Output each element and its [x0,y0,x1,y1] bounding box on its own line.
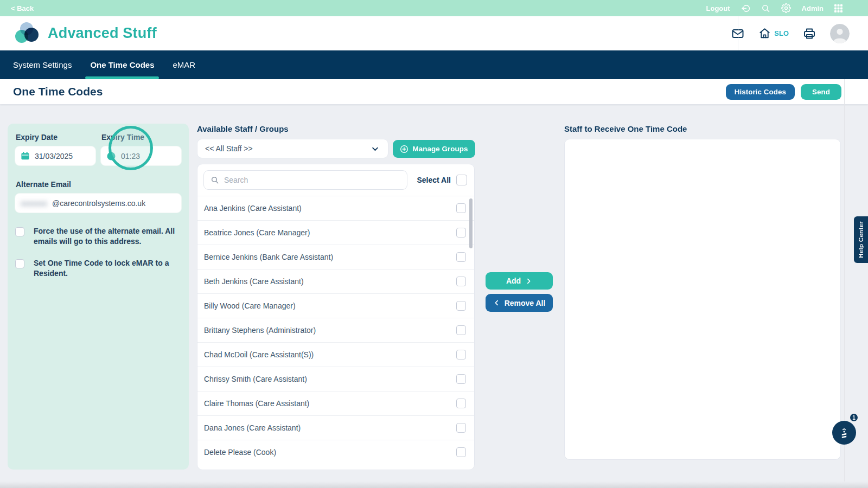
main-nav: System Settings One Time Codes eMAR [0,50,868,79]
select-all-control: Select All [417,175,467,185]
app-title: Advanced Stuff [48,25,157,42]
staff-checkbox[interactable] [456,277,466,286]
search-box[interactable] [203,170,407,190]
staff-checkbox[interactable] [456,399,466,408]
calendar-icon [21,151,30,160]
chevron-right-icon [525,278,532,285]
lock-emar-option: Set One Time Code to lock eMAR to a Resi… [15,258,182,279]
staff-row[interactable]: Beatrice Jones (Care Manager) [197,220,474,245]
expiry-date-label: Expiry Date [16,133,96,142]
force-email-label: Force the use of the alternate email. Al… [34,226,182,247]
expiry-time-value: 01:23 [121,152,140,160]
help-beacon-button[interactable] [832,421,856,445]
chevron-down-icon [371,145,379,153]
page-title: One Time Codes [13,85,103,98]
force-email-checkbox[interactable] [15,227,24,236]
topbar-right: Logout Admin [706,3,843,13]
chevron-left-icon [493,299,500,306]
staff-checkbox[interactable] [456,325,466,335]
logout-icon[interactable] [741,4,750,13]
staff-checkbox[interactable] [456,228,466,237]
add-button[interactable]: Add [486,272,553,290]
alternate-email-label: Alternate Email [16,180,182,189]
staff-row[interactable]: Ana Jenkins (Care Assistant) [197,196,474,220]
staff-row[interactable]: Delete Please (Cook) [197,440,474,464]
search-input[interactable] [224,176,400,184]
expiry-date-value: 31/03/2025 [35,152,73,160]
staff-name: Dana Jones (Care Assistant) [204,423,301,432]
add-label: Add [506,277,521,285]
list-scrollbar[interactable] [469,198,473,248]
available-staff-title: Available Staff / Groups [197,124,289,133]
title-actions: Historic Codes Send [726,84,841,100]
tab-label: System Settings [13,60,72,69]
search-icon [210,176,219,184]
page-title-bar: One Time Codes Historic Codes Send [0,79,868,104]
tab-system-settings[interactable]: System Settings [13,50,72,79]
staff-name: Chad McDoil (Care Assistant(S)) [204,350,314,359]
staff-checkbox[interactable] [456,203,466,213]
staff-row[interactable]: Billy Wood (Care Manager) [197,293,474,318]
staff-row[interactable]: Brittany Stephens (Administrator) [197,318,474,342]
print-icon[interactable] [803,27,816,40]
staff-checkbox[interactable] [456,252,466,262]
back-label: < Back [11,4,34,12]
email-redacted: xxxxxxx [21,199,47,208]
help-center-tab[interactable]: Help Center [854,216,868,263]
staff-row[interactable]: Bernice Jenkins (Bank Care Assistant) [197,245,474,269]
lock-emar-checkbox[interactable] [15,259,24,268]
remove-all-label: Remove All [505,299,546,307]
send-button[interactable]: Send [801,84,841,100]
gear-icon[interactable] [781,3,791,13]
logout-button[interactable]: Logout [706,4,730,12]
manage-groups-button[interactable]: Manage Groups [393,140,475,158]
staff-list: Ana Jenkins (Care Assistant) Beatrice Jo… [197,196,474,464]
historic-codes-button[interactable]: Historic Codes [726,84,795,100]
manage-groups-label: Manage Groups [412,145,468,153]
email-domain: @carecontrolsystems.co.uk [52,199,145,208]
help-center-label: Help Center [858,221,864,258]
lock-emar-label: Set One Time Code to lock eMAR to a Resi… [34,258,182,279]
select-all-checkbox[interactable] [456,175,467,185]
force-email-option: Force the use of the alternate email. Al… [15,226,182,247]
lighthouse-icon [838,426,851,439]
home-button[interactable]: SLO [758,27,789,40]
avatar[interactable] [830,24,850,43]
expiry-time-field[interactable]: 01:23 [100,146,182,166]
app-logo-icon [15,22,40,45]
staff-checkbox[interactable] [456,447,466,457]
staff-row[interactable]: Dana Jones (Care Assistant) [197,415,474,440]
staff-row[interactable]: Chrissy Smith (Care Assistant) [197,367,474,391]
tab-emar[interactable]: eMAR [173,50,195,79]
available-staff-list-card: Select All Ana Jenkins (Care Assistant) … [197,164,475,470]
staff-group-dropdown[interactable]: << All Staff >> [197,139,388,158]
staff-name: Brittany Stephens (Administrator) [204,326,316,335]
staff-checkbox[interactable] [456,374,466,384]
bottom-edge-shadow [0,481,868,488]
expiry-date-field[interactable]: 31/03/2025 [15,146,96,166]
remove-all-button[interactable]: Remove All [486,294,553,312]
alternate-email-field[interactable]: xxxxxxx@carecontrolsystems.co.uk [15,193,182,213]
code-settings-panel: Expiry Date 31/03/2025 Expiry Time [8,124,189,470]
search-icon[interactable] [761,4,770,13]
staff-name: Beth Jenkins (Care Assistant) [204,277,304,286]
tab-one-time-codes[interactable]: One Time Codes [90,50,154,79]
help-beacon-badge: 1 [849,413,859,422]
staff-name: Bernice Jenkins (Bank Care Assistant) [204,253,333,261]
tab-label: eMAR [173,60,195,69]
search-row: Select All [197,164,474,196]
admin-label[interactable]: Admin [802,4,824,12]
staff-checkbox[interactable] [456,301,466,311]
expiry-row: Expiry Date 31/03/2025 Expiry Time [15,131,182,166]
dropdown-value: << All Staff >> [205,144,253,153]
top-utility-bar: < Back Logout Admin [0,0,868,16]
staff-checkbox[interactable] [456,350,466,359]
staff-row[interactable]: Chad McDoil (Care Assistant(S)) [197,342,474,367]
apps-grid-icon[interactable] [834,4,843,12]
back-button[interactable]: < Back [11,4,34,12]
staff-checkbox[interactable] [456,423,466,433]
plus-circle-icon [400,145,409,153]
header-actions: SLO [731,24,850,43]
staff-row[interactable]: Beth Jenkins (Care Assistant) [197,269,474,293]
staff-row[interactable]: Claire Thomas (Care Assistant) [197,391,474,415]
